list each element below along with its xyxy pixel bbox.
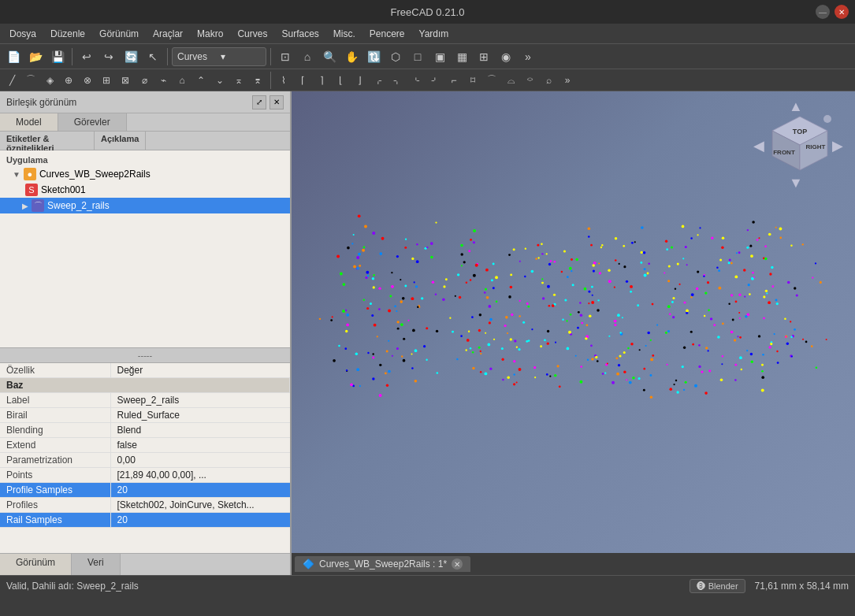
view-rotate-button[interactable]: 🔃 xyxy=(363,46,384,67)
tree-item-sweep[interactable]: ▶ ⌒ Sweep_2_rails xyxy=(0,198,290,213)
blender-label: Blender xyxy=(708,581,738,591)
view-fit-button[interactable]: ⊡ xyxy=(275,46,296,67)
curve-tool-5[interactable]: ⊗ xyxy=(79,72,96,89)
curve-tool-11[interactable]: ⌃ xyxy=(192,72,210,89)
menu-curves[interactable]: Curves xyxy=(231,27,273,41)
bottom-tab-gorunum[interactable]: Görünüm xyxy=(0,554,72,575)
curve-tool-20[interactable]: ⌌ xyxy=(370,72,387,89)
panel-close-button[interactable]: ✕ xyxy=(270,95,284,109)
workbench-selector[interactable]: Curves ▾ xyxy=(172,47,266,66)
curve-tool-23[interactable]: ⌏ xyxy=(426,72,444,89)
curve-tool-28[interactable]: ⌔ xyxy=(521,72,538,89)
props-row-blending[interactable]: Blending Blend xyxy=(0,422,290,437)
menu-surfaces[interactable]: Surfaces xyxy=(275,27,325,41)
curve-tool-3[interactable]: ◈ xyxy=(41,72,58,89)
view-front-button[interactable]: □ xyxy=(407,46,428,67)
menu-araclar[interactable]: Araçlar xyxy=(147,27,189,41)
bottom-tab-veri[interactable]: Veri xyxy=(72,554,121,575)
pointer-button[interactable]: ↖ xyxy=(143,46,163,67)
view-shade-button[interactable]: ◉ xyxy=(496,46,516,67)
curve-tool-15[interactable]: ⌇ xyxy=(275,72,292,89)
curve-tool-26[interactable]: ⌒ xyxy=(483,72,500,89)
curve-tool-17[interactable]: ⌉ xyxy=(313,72,330,89)
curve-tool-29[interactable]: ⌕ xyxy=(540,72,557,89)
sketch-icon: S xyxy=(25,184,38,196)
bottom-tabs: Görünüm Veri xyxy=(0,553,290,575)
view-right-button[interactable]: ▦ xyxy=(452,46,472,67)
props-row-profiles[interactable]: Profiles [Sketch002, JoinCurve, Sketch..… xyxy=(0,497,290,512)
refresh-button[interactable]: 🔄 xyxy=(121,46,141,67)
menu-duzenle[interactable]: Düzenle xyxy=(44,27,91,41)
tree-item-root[interactable]: ▼ ● Curves_WB_Sweep2Rails xyxy=(0,166,290,182)
menu-misc[interactable]: Misc. xyxy=(327,27,362,41)
curve-tool-16[interactable]: ⌈ xyxy=(294,72,311,89)
curve-tool-25[interactable]: ⌑ xyxy=(464,72,481,89)
open-button[interactable]: 📂 xyxy=(25,46,46,67)
props-col2-header: Değer xyxy=(110,363,290,378)
curve-tool-7[interactable]: ⊠ xyxy=(117,72,134,89)
props-row-label[interactable]: Label Sweep_2_rails xyxy=(0,392,290,407)
viewport-tab[interactable]: 🔷 Curves_WB_Sweep2Rails : 1* ✕ xyxy=(295,556,470,572)
view-top-button[interactable]: ▣ xyxy=(429,46,450,67)
curve-tool-8[interactable]: ⌀ xyxy=(136,72,153,89)
minimize-button[interactable]: — xyxy=(816,5,830,19)
tab-model[interactable]: Model xyxy=(0,113,58,131)
undo-button[interactable]: ↩ xyxy=(76,46,97,67)
menu-dosya[interactable]: Dosya xyxy=(3,27,43,41)
curve-tool-19[interactable]: ⌋ xyxy=(351,72,368,89)
curve-tool-1[interactable]: ╱ xyxy=(3,72,20,89)
tree-area[interactable]: Uygulama ▼ ● Curves_WB_Sweep2Rails S Ske… xyxy=(0,150,290,347)
curve-tool-9[interactable]: ⌁ xyxy=(154,72,172,89)
dimensions-text: 71,61 mm x 58,14 mm xyxy=(755,581,849,592)
toolbar-more[interactable]: » xyxy=(518,46,538,67)
curve-more[interactable]: » xyxy=(559,72,576,89)
viewport[interactable]: ▲ ▼ ◀ ▶ TOP FRONT RIGHT xyxy=(292,91,855,575)
tree-item-sketch[interactable]: S Sketch001 xyxy=(0,182,290,198)
curve-tool-13[interactable]: ⌅ xyxy=(230,72,247,89)
props-row-profile-samples[interactable]: Profile Samples 20 xyxy=(0,482,290,497)
save-button[interactable]: 💾 xyxy=(47,46,68,67)
close-button[interactable]: ✕ xyxy=(835,5,849,19)
panel-title: Birleşik görünüm xyxy=(6,97,76,108)
redo-button[interactable]: ↪ xyxy=(99,46,119,67)
menu-gorunum[interactable]: Görünüm xyxy=(93,27,145,41)
menu-yardim[interactable]: Yardım xyxy=(413,27,455,41)
curve-tool-10[interactable]: ⌂ xyxy=(173,72,191,89)
curve-tool-6[interactable]: ⊞ xyxy=(98,72,115,89)
prop-key-label: Label xyxy=(0,392,110,407)
toolbar-separator-2 xyxy=(167,48,168,65)
main-area: Birleşik görünüm ⤢ ✕ Model Görevler Etik… xyxy=(0,91,855,575)
curve-tool-4[interactable]: ⊕ xyxy=(60,72,77,89)
curve-tool-24[interactable]: ⌐ xyxy=(445,72,463,89)
app-title: FreeCAD 0.21.0 xyxy=(391,6,465,18)
nav-arrow-down-icon: ▼ xyxy=(789,175,803,191)
props-row-rail-samples[interactable]: Rail Samples 20 xyxy=(0,512,290,527)
curve-tool-21[interactable]: ⌍ xyxy=(388,72,406,89)
view-home-button[interactable]: ⌂ xyxy=(297,46,318,67)
view-pan-button[interactable]: ✋ xyxy=(341,46,362,67)
blender-badge[interactable]: 🅑 Blender xyxy=(690,579,745,593)
curve-tool-12[interactable]: ⌄ xyxy=(211,72,229,89)
prop-val-birail: Ruled_Surface xyxy=(110,407,290,422)
curve-tool-27[interactable]: ⌓ xyxy=(502,72,519,89)
view-wire-button[interactable]: ⊞ xyxy=(474,46,494,67)
view-3d-button[interactable]: ⬡ xyxy=(385,46,406,67)
view-zoom-button[interactable]: 🔍 xyxy=(319,46,340,67)
props-row-birail[interactable]: Birail Ruled_Surface xyxy=(0,407,290,422)
curve-tool-2[interactable]: ⌒ xyxy=(22,72,39,89)
props-row-extend[interactable]: Extend false xyxy=(0,437,290,452)
menu-makro[interactable]: Makro xyxy=(191,27,229,41)
new-button[interactable]: 📄 xyxy=(3,46,24,67)
tab-gorevler[interactable]: Görevler xyxy=(58,113,127,131)
model-tabs: Model Görevler xyxy=(0,113,290,132)
curve-tool-14[interactable]: ⌆ xyxy=(249,72,266,89)
vp-tab-close[interactable]: ✕ xyxy=(452,558,463,570)
props-row-param[interactable]: Parametrization 0,00 xyxy=(0,452,290,467)
curve-tool-22[interactable]: ⌎ xyxy=(407,72,425,89)
panel-divider[interactable]: ----- xyxy=(0,347,290,363)
props-row-points[interactable]: Points [21,89 40,00 0,00], ... xyxy=(0,467,290,482)
panel-expand-button[interactable]: ⤢ xyxy=(252,95,266,109)
curve-tool-18[interactable]: ⌊ xyxy=(332,72,349,89)
menu-pencere[interactable]: Pencere xyxy=(363,27,411,41)
prop-val-extend: false xyxy=(110,437,290,452)
